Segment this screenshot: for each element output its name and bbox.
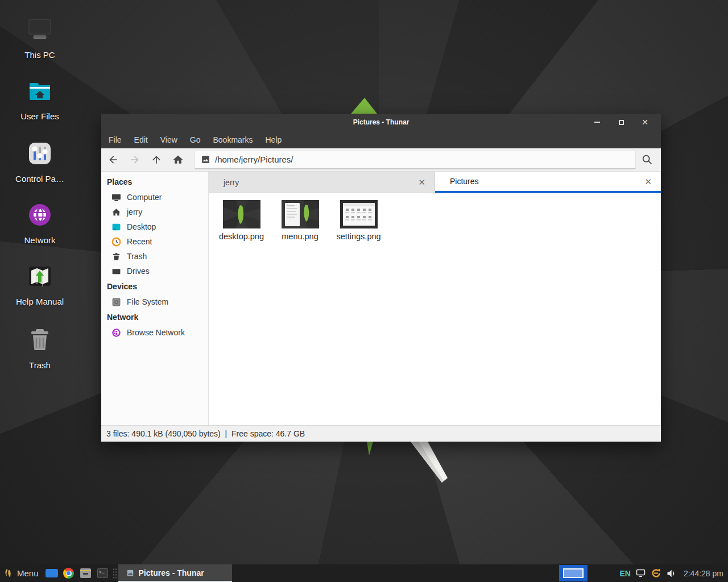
chrome-launcher[interactable] <box>60 564 77 582</box>
clock[interactable]: 2:44:28 pm <box>684 569 723 578</box>
menu-bookmarks[interactable]: Bookmarks <box>206 131 259 148</box>
network-globe-icon <box>26 201 53 228</box>
path-bar[interactable]: /home/jerry/Pictures/ <box>195 151 636 169</box>
desktop-icon-help-manual[interactable]: Help Manual <box>6 263 74 306</box>
desktop-icon-user-files[interactable]: User Files <box>6 77 74 121</box>
tab-pictures[interactable]: Pictures ✕ <box>435 172 661 193</box>
chrome-icon <box>63 568 74 579</box>
taskbar: Menu >_ Pictures - Thunar <box>0 564 728 582</box>
sidebar-item-label: Computer <box>127 193 162 202</box>
up-button[interactable] <box>146 150 167 169</box>
desktop-icon-label: Control Pa… <box>6 174 74 184</box>
forward-button[interactable] <box>124 150 146 169</box>
image-thumbnail <box>282 200 319 228</box>
computer-icon <box>111 193 121 202</box>
window-list-grip[interactable] <box>113 568 117 579</box>
trash-icon <box>26 326 53 354</box>
home-button[interactable] <box>167 150 189 169</box>
home-folder-icon <box>26 77 53 105</box>
taskbar-window-button[interactable]: Pictures - Thunar <box>118 564 232 582</box>
sidebar: Places Computer jerry Desk <box>101 172 209 425</box>
show-desktop-button[interactable] <box>43 564 60 582</box>
tab-bar: jerry ✕ Pictures ✕ <box>209 172 661 193</box>
sidebar-item-label: Recent <box>127 237 152 246</box>
sidebar-item-jerry[interactable]: jerry <box>101 205 208 219</box>
sidebar-item-label: Browse Network <box>127 328 185 337</box>
sidebar-item-desktop[interactable]: Desktop <box>101 219 208 234</box>
desktop-icon-control-panel[interactable]: Control Pa… <box>6 140 74 184</box>
keyboard-layout-indicator[interactable]: EN <box>619 569 630 578</box>
image-icon <box>201 155 210 164</box>
sidebar-item-computer[interactable]: Computer <box>101 190 208 205</box>
display-tray-icon[interactable] <box>636 569 646 577</box>
taskbar-window-title: Pictures - Thunar <box>139 568 204 577</box>
file-name: menu.png <box>271 232 329 241</box>
help-manual-icon <box>26 263 53 290</box>
menu-label: Menu <box>17 568 39 578</box>
workspace-switcher[interactable] <box>559 565 588 581</box>
search-icon <box>641 153 653 166</box>
menu-file[interactable]: File <box>102 131 128 148</box>
back-button[interactable] <box>102 150 124 169</box>
menu-go[interactable]: Go <box>184 131 207 148</box>
search-button[interactable] <box>636 150 659 169</box>
computer-icon <box>26 16 53 43</box>
desktop-icon-label: User Files <box>6 111 74 121</box>
file-manager-icon <box>80 568 91 578</box>
desktop-icon-this-pc[interactable]: This PC <box>6 16 74 60</box>
network-globe-icon <box>111 328 121 338</box>
arrow-right-icon <box>129 154 140 165</box>
arrow-up-icon <box>151 154 162 165</box>
terminal-icon: >_ <box>97 568 108 578</box>
sidebar-header-network: Network <box>101 309 208 325</box>
file-view[interactable]: desktop.png <box>209 193 661 425</box>
sidebar-header-devices: Devices <box>101 278 208 294</box>
menu-help[interactable]: Help <box>259 131 288 148</box>
desktop-icon-trash[interactable]: Trash <box>6 326 74 370</box>
path-text: /home/jerry/Pictures/ <box>215 155 293 164</box>
sidebar-header-places: Places <box>101 174 208 190</box>
sidebar-item-file-system[interactable]: File System <box>101 294 208 309</box>
maximize-button[interactable] <box>613 114 629 130</box>
menu-view[interactable]: View <box>154 131 184 148</box>
file-name: desktop.png <box>212 232 271 241</box>
show-desktop-icon <box>46 569 58 577</box>
menubar: File Edit View Go Bookmarks Help <box>101 131 661 148</box>
update-manager-icon[interactable] <box>651 568 661 579</box>
image-thumbnail <box>223 200 260 228</box>
sidebar-item-label: File System <box>127 297 168 306</box>
menu-button[interactable]: Menu <box>0 564 43 582</box>
sidebar-item-label: jerry <box>127 207 142 217</box>
volume-icon[interactable] <box>667 569 676 578</box>
home-icon <box>172 154 184 165</box>
desktop-icon-network[interactable]: Network <box>6 201 74 245</box>
file-item-desktop-png[interactable]: desktop.png <box>212 199 271 241</box>
arrow-left-icon <box>107 154 119 165</box>
titlebar[interactable]: Pictures - Thunar ✕ <box>101 114 661 131</box>
desktop-icon-label: Trash <box>6 360 74 370</box>
file-manager-launcher[interactable] <box>77 564 94 582</box>
status-bar: 3 files: 490.1 kB (490,050 bytes) | Free… <box>101 425 661 442</box>
sidebar-item-recent[interactable]: Recent <box>101 234 208 249</box>
desktop-icon <box>111 222 121 232</box>
menu-edit[interactable]: Edit <box>128 131 154 148</box>
recent-clock-icon <box>111 237 121 247</box>
file-item-menu-png[interactable]: menu.png <box>271 199 329 241</box>
file-name: settings.png <box>329 232 388 241</box>
tab-close-icon[interactable]: ✕ <box>642 177 654 186</box>
tab-label: jerry <box>224 178 416 187</box>
desktop-icon-label: Network <box>6 235 74 245</box>
minimize-button[interactable] <box>589 114 605 130</box>
sidebar-item-browse-network[interactable]: Browse Network <box>101 325 208 340</box>
tab-label: Pictures <box>450 177 642 186</box>
sidebar-item-trash[interactable]: Trash <box>101 249 208 264</box>
thunar-window: Pictures - Thunar ✕ File Edit View Go Bo… <box>101 114 661 442</box>
tab-jerry[interactable]: jerry ✕ <box>209 172 435 193</box>
file-item-settings-png[interactable]: settings.png <box>329 199 388 241</box>
desktop-screen: This PC User Files Control Pa… <box>0 0 728 582</box>
close-button[interactable]: ✕ <box>637 114 653 130</box>
tab-close-icon[interactable]: ✕ <box>416 178 428 186</box>
terminal-launcher[interactable]: >_ <box>94 564 111 582</box>
sidebar-item-drives[interactable]: Drives <box>101 264 208 278</box>
desktop-icon-label: This PC <box>6 50 74 60</box>
